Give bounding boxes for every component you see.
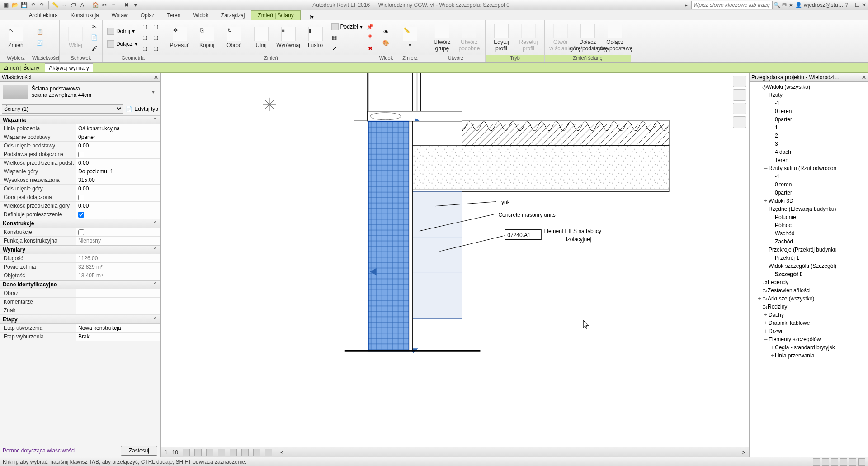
val-obraz[interactable] [76, 289, 160, 297]
browser-close-icon[interactable]: ✕ [862, 74, 866, 81]
copy-button[interactable]: ⎘Kopiuj [194, 21, 220, 54]
tab-wstaw[interactable]: Wstaw [105, 11, 134, 20]
instance-filter[interactable]: Ściany (1) [2, 104, 123, 114]
hide-isolate-icon[interactable] [253, 449, 260, 456]
geom-icon-6[interactable]: ▢ [151, 43, 161, 53]
val-etapw[interactable]: Brak [76, 333, 160, 341]
edit-type-button[interactable]: 📄 Edytuj typ [126, 106, 158, 112]
val-goradol[interactable] [76, 193, 160, 201]
align-dim-icon[interactable]: ↔ [60, 1, 68, 9]
user-name[interactable]: wjedrosz@stu… [804, 2, 844, 8]
filter-icon[interactable] [858, 458, 865, 466]
search-input[interactable] [691, 1, 773, 9]
nav-zoom-icon[interactable] [733, 116, 746, 128]
open-icon[interactable]: 📂 [11, 1, 19, 9]
val-defpom[interactable] [76, 210, 160, 219]
select-underlay-icon[interactable] [822, 458, 829, 466]
visual-style-icon[interactable] [194, 449, 202, 456]
unpin-icon[interactable]: 📍 [365, 33, 375, 43]
val-wys[interactable]: 315.00 [76, 176, 160, 184]
val-wgory[interactable]: Do poziomu: 1 [76, 167, 160, 176]
tab-opisz[interactable]: Opisz [134, 11, 161, 20]
val-podstdol[interactable] [76, 150, 160, 158]
matchtype-icon[interactable]: 🖌 [90, 43, 99, 53]
search-icon[interactable]: 🔍 [774, 2, 780, 8]
tab-zarzadzaj[interactable]: Zarządzaj [215, 11, 251, 20]
close-hidden-icon[interactable]: ✖ [123, 1, 131, 9]
save-icon[interactable]: 💾 [20, 1, 28, 9]
edit-profile-button[interactable]: Edytuj profil [488, 21, 514, 54]
subscription-icon[interactable]: ✉ [782, 2, 787, 8]
geom-icon-3[interactable]: ▢ [140, 43, 150, 53]
drag-elements-icon[interactable] [849, 458, 856, 466]
geom-icon-2[interactable]: ▢ [140, 33, 150, 43]
reveal-icon[interactable] [265, 449, 272, 456]
geom-icon-5[interactable]: ▢ [151, 33, 161, 43]
join-button[interactable]: Dołącz ▾ [105, 39, 139, 49]
shadows-icon[interactable] [218, 449, 225, 456]
val-opodst[interactable]: 0.00 [76, 142, 160, 150]
thin-lines-icon[interactable]: ≡ [109, 1, 118, 9]
scale-icon[interactable]: ⤢ [330, 43, 340, 53]
redo-icon[interactable]: ↷ [38, 1, 46, 9]
app-menu-icon[interactable]: ▣ [2, 1, 10, 9]
modify-button[interactable]: ↖Zmień [3, 21, 29, 54]
tab-zmien-sciany[interactable]: Zmień | Ściany [251, 10, 300, 20]
measure-button[interactable]: 📏▾ [397, 21, 423, 54]
type-properties-icon[interactable]: 📋 [35, 27, 45, 37]
val-wpg[interactable]: 0.00 [76, 202, 160, 210]
select-pinned-icon[interactable] [831, 458, 838, 466]
favorite-icon[interactable]: ★ [788, 2, 793, 8]
pin-icon[interactable]: 📌 [365, 22, 375, 32]
default-3d-icon[interactable]: 🏠 [91, 1, 99, 9]
detail-level-icon[interactable] [183, 449, 190, 456]
mirror-button[interactable]: ▮Lustro [302, 21, 329, 54]
nav-pan-icon[interactable] [733, 103, 746, 114]
val-etapu[interactable]: Nowa konstrukcja [76, 324, 160, 332]
val-koment[interactable] [76, 298, 160, 306]
properties-help-link[interactable]: Pomoc dotycząca właściwości [3, 447, 75, 454]
maximize-icon[interactable]: ☐ [855, 2, 860, 8]
val-linia[interactable]: Oś konstrukcyjna [76, 124, 160, 133]
tab-widok[interactable]: Widok [187, 11, 214, 20]
select-face-icon[interactable] [840, 458, 847, 466]
nav-wheel-icon[interactable] [733, 89, 746, 101]
section-icon[interactable]: ✂ [100, 1, 108, 9]
val-ogory[interactable]: 0.00 [76, 185, 160, 193]
text-icon[interactable]: A [78, 1, 86, 9]
ribbon-minimize-icon[interactable]: ▢▾ [306, 14, 314, 20]
tag-icon[interactable]: 🏷 [69, 1, 77, 9]
sun-path-icon[interactable] [206, 449, 213, 456]
user-icon[interactable]: 👤 [795, 2, 802, 8]
geom-icon-1[interactable]: ▢ [140, 22, 150, 32]
properties-close-icon[interactable]: ✕ [154, 74, 158, 81]
cut-icon[interactable]: ✂ [90, 22, 99, 32]
crop-icon[interactable] [230, 449, 237, 456]
trim-extend-button[interactable]: ⎯Utnij [248, 21, 274, 54]
trim-button[interactable]: Dotnij ▾ [105, 26, 139, 36]
copy-icon[interactable]: 📄 [90, 33, 99, 43]
rotate-button[interactable]: ↻Obróć [221, 21, 247, 54]
nav-home-icon[interactable] [733, 76, 746, 87]
delete-icon[interactable]: ✖ [365, 43, 375, 53]
infocenter-arrow-icon[interactable]: ▸ [682, 1, 690, 9]
val-konstr[interactable] [76, 228, 160, 236]
tab-konstrukcja[interactable]: Konstrukcja [64, 11, 105, 20]
override-icon[interactable]: 🎨 [381, 38, 391, 48]
align-button[interactable]: ≡Wyrównaj [275, 21, 302, 54]
chevron-down-icon[interactable]: ▾ [152, 89, 157, 95]
switch-windows-icon[interactable]: ▾ [132, 1, 140, 9]
undo-icon[interactable]: ↶ [29, 1, 37, 9]
minimize-icon[interactable]: – [850, 2, 853, 8]
detach-button[interactable]: Odłącz górę/podstawę [602, 21, 628, 54]
move-button[interactable]: ✥Przesuń [167, 21, 193, 54]
array-icon[interactable]: ▦ [330, 33, 340, 43]
close-icon[interactable]: ✕ [862, 2, 866, 8]
properties-icon[interactable]: 🧾 [35, 38, 45, 48]
tab-architektura[interactable]: Architektura [23, 11, 64, 20]
crop-region-icon[interactable] [241, 449, 249, 456]
select-links-icon[interactable] [813, 458, 820, 466]
val-znak[interactable] [76, 306, 160, 314]
val-wpp[interactable]: 0.00 [76, 159, 160, 167]
tab-teren[interactable]: Teren [160, 11, 187, 20]
